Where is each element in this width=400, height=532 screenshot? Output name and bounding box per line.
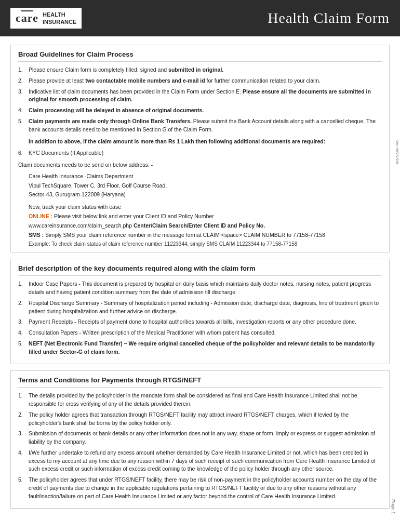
brief-description-section: Brief description of the key documents r… xyxy=(10,259,390,364)
brief-item-1: 1. Indoor Case Papers - This document is… xyxy=(18,280,382,297)
terms-item-4: 4. I/We further undertake to refund any … xyxy=(18,449,382,473)
brief-item-4: 4. Consultation Papers - Written prescri… xyxy=(18,329,382,337)
guideline-item-2: 2. Please provide at least two contactab… xyxy=(18,77,382,85)
guideline-item-6: 6. KYC Documents (If Applicable) xyxy=(18,149,382,157)
terms-conditions-title: Terms and Conditions for Payments throug… xyxy=(18,376,382,388)
sms-section: SMS : Simply SMS your claim reference nu… xyxy=(29,232,382,238)
track-label: Now, track your claim status with ease xyxy=(29,204,382,210)
brief-item-2: 2. Hospital Discharge Summary - Summary … xyxy=(18,299,382,316)
logo-box: care HEALTH INSURANCE xyxy=(10,8,82,29)
online-url: www.careinsurance.com/claim_search.php C… xyxy=(29,222,382,229)
logo-health-text: HEALTH INSURANCE xyxy=(43,11,76,26)
sms-example: Example: To check claim status of claim … xyxy=(29,241,382,247)
broad-guidelines-section: Broad Guidelines for Claim Process 1. Pl… xyxy=(10,45,390,252)
brief-item-3: 3. Payment Receipts - Receipts of paymen… xyxy=(18,318,382,326)
logo-care-text: care xyxy=(16,11,38,25)
brief-description-title: Brief description of the key documents r… xyxy=(18,264,382,276)
terms-item-2: 2. The policy holder agrees that transac… xyxy=(18,411,382,428)
claim-address: Care Health Insurance -Claims Department… xyxy=(29,172,382,200)
page-title: Health Claim Form xyxy=(268,10,390,26)
brief-item-5: 5. NEFT (Net Electronic Fund Transfer) –… xyxy=(18,340,382,356)
broad-guidelines-title: Broad Guidelines for Claim Process xyxy=(18,50,382,62)
additional-docs-note: In addition to above, if the claim amoun… xyxy=(29,138,382,146)
page-number: Page 1 xyxy=(391,499,396,514)
terms-item-1: 1. The details provided by the policyhol… xyxy=(18,392,382,408)
online-section: ONLINE : Please visit below link and ent… xyxy=(29,213,382,219)
side-note: Ver. 09/23-S/M xyxy=(395,140,399,164)
guideline-item-4: 4. Claim processing will be delayed in a… xyxy=(18,107,382,115)
claim-docs-heading: Claim documents needs to be send on belo… xyxy=(18,162,382,168)
terms-item-3: 3. Submission of documents or bank detai… xyxy=(18,430,382,446)
guideline-item-1: 1. Please ensure Claim form is completel… xyxy=(18,66,382,74)
guideline-item-3: 3. Indicative list of claim documents ha… xyxy=(18,88,382,104)
guideline-item-5: 5. Claim payments are made only through … xyxy=(18,117,382,134)
header: care HEALTH INSURANCE Health Claim Form xyxy=(0,0,400,36)
terms-conditions-section: Terms and Conditions for Payments throug… xyxy=(10,370,390,509)
terms-item-5: 5. The policyholder agrees that under RT… xyxy=(18,476,382,500)
